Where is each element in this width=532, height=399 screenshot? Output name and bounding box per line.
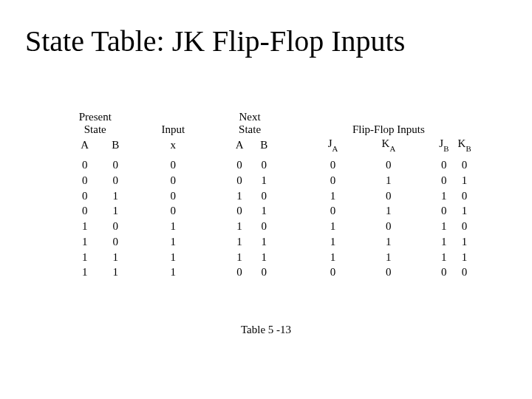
- table-cell: 0: [256, 219, 272, 234]
- state-table: Present State Input Next State Flip-Flop…: [62, 111, 476, 280]
- table-cell: 0: [434, 173, 453, 188]
- table-cell: 0: [434, 157, 453, 173]
- table-cell: 1: [434, 250, 453, 265]
- table-cell: 1: [223, 219, 256, 234]
- table-cell: 1: [453, 173, 476, 188]
- table-cell: 1: [223, 188, 256, 204]
- table-cell: 0: [324, 203, 343, 219]
- table-cell: 0: [453, 219, 476, 234]
- table-cell: 1: [434, 234, 453, 250]
- table-cell: 0: [62, 203, 108, 219]
- table-cell: 0: [156, 173, 191, 188]
- table-cell: 1: [342, 250, 434, 265]
- table-cell: 1: [324, 250, 343, 265]
- table-row: 010101010: [62, 188, 476, 204]
- table-cell: 1: [156, 250, 191, 265]
- group-present-state: Present State: [72, 111, 118, 137]
- table-cell: 1: [108, 188, 123, 204]
- table-row: 010010101: [62, 203, 476, 219]
- table-cell: 0: [156, 157, 191, 173]
- table-cell: 0: [108, 173, 123, 188]
- table-cell: 0: [223, 265, 256, 280]
- table-caption: Table 5 -13: [0, 324, 532, 336]
- table-cell: 1: [453, 250, 476, 265]
- table-cell: 1: [62, 250, 108, 265]
- table-cell: 1: [156, 219, 191, 234]
- table-cell: 0: [223, 203, 256, 219]
- col-ps-B: B: [108, 137, 123, 157]
- table-cell: 1: [108, 250, 123, 265]
- col-JB: JB: [434, 137, 453, 157]
- table-row: 111000000: [62, 265, 476, 280]
- table-cell: 0: [223, 173, 256, 188]
- table-cell: 1: [342, 234, 434, 250]
- table-cell: 0: [108, 219, 123, 234]
- table-cell: 0: [342, 188, 434, 204]
- table-cell: 1: [256, 173, 272, 188]
- table-cell: 0: [256, 188, 272, 204]
- col-JA: JA: [324, 137, 343, 157]
- group-next-state: Next State: [233, 111, 267, 137]
- table-cell: 1: [256, 250, 272, 265]
- table-cell: 0: [62, 173, 108, 188]
- table-cell: 1: [324, 219, 343, 234]
- table-cell: 0: [62, 188, 108, 204]
- table-row: 101111111: [62, 234, 476, 250]
- col-in-x: x: [156, 137, 191, 157]
- table-cell: 0: [342, 219, 434, 234]
- table-cell: 1: [342, 173, 434, 188]
- table-cell: 1: [453, 203, 476, 219]
- table-cell: 0: [256, 265, 272, 280]
- table-cell: 1: [256, 234, 272, 250]
- table-cell: 0: [434, 265, 453, 280]
- table-cell: 1: [108, 265, 123, 280]
- group-ff-inputs: Flip-Flop Inputs: [342, 111, 434, 137]
- table-cell: 0: [156, 188, 191, 204]
- group-input: Input: [156, 111, 191, 137]
- table-row: 000010101: [62, 173, 476, 188]
- table-cell: 1: [156, 234, 191, 250]
- table-cell: 1: [62, 234, 108, 250]
- table-cell: 0: [342, 157, 434, 173]
- table-row: 101101010: [62, 219, 476, 234]
- table-cell: 1: [256, 203, 272, 219]
- table-cell: 1: [223, 250, 256, 265]
- table-cell: 0: [453, 265, 476, 280]
- table-cell: 0: [453, 188, 476, 204]
- table-cell: 0: [108, 157, 123, 173]
- table-cell: 0: [223, 157, 256, 173]
- table-cell: 1: [324, 188, 343, 204]
- table-column-header-row: A B x A B JA KA JB KB: [62, 137, 476, 157]
- table-cell: 0: [324, 265, 343, 280]
- table-cell: 1: [342, 203, 434, 219]
- table-cell: 1: [434, 188, 453, 204]
- table-cell: 0: [256, 157, 272, 173]
- table-row: 111111111: [62, 250, 476, 265]
- table-cell: 1: [62, 219, 108, 234]
- col-ns-A: A: [223, 137, 256, 157]
- table-cell: 0: [62, 157, 108, 173]
- table-cell: 1: [156, 265, 191, 280]
- table-cell: 1: [223, 234, 256, 250]
- col-ps-A: A: [62, 137, 108, 157]
- table-cell: 1: [108, 203, 123, 219]
- col-KB: KB: [453, 137, 476, 157]
- table-cell: 0: [156, 203, 191, 219]
- table-cell: 0: [108, 234, 123, 250]
- col-ns-B: B: [256, 137, 272, 157]
- col-KA: KA: [342, 137, 434, 157]
- table-cell: 1: [434, 219, 453, 234]
- slide: State Table: JK Flip-Flop Inputs Present…: [0, 0, 532, 399]
- table-cell: 1: [453, 234, 476, 250]
- table-cell: 0: [434, 203, 453, 219]
- table-cell: 0: [453, 157, 476, 173]
- table-cell: 0: [324, 157, 343, 173]
- table-cell: 1: [324, 234, 343, 250]
- table-cell: 1: [62, 265, 108, 280]
- table-cell: 0: [342, 265, 434, 280]
- table-cell: 0: [324, 173, 343, 188]
- table-group-header-row: Present State Input Next State Flip-Flop…: [62, 111, 476, 137]
- page-title: State Table: JK Flip-Flop Inputs: [25, 25, 405, 58]
- table-row: 000000000: [62, 157, 476, 173]
